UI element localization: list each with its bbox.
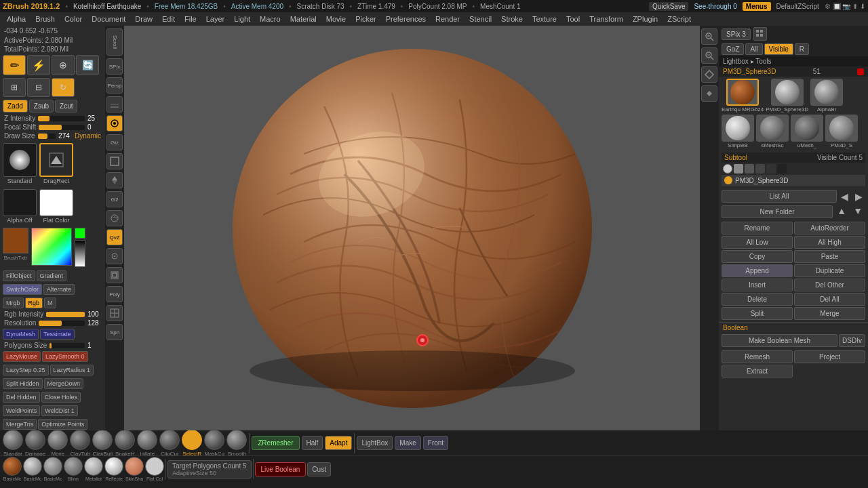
move-button[interactable]: ⊕ bbox=[52, 55, 75, 75]
lazymouse-button[interactable]: LazyMouse bbox=[3, 351, 41, 362]
brush-move[interactable]: Move bbox=[47, 430, 68, 456]
rot-button[interactable] bbox=[106, 267, 123, 283]
snap-button[interactable] bbox=[106, 248, 123, 264]
color-picker[interactable] bbox=[31, 228, 72, 266]
remesh-button[interactable]: Remesh bbox=[722, 350, 793, 363]
grid-button[interactable] bbox=[753, 27, 767, 41]
dynamic-label[interactable]: Dynamic bbox=[75, 132, 101, 140]
append-button[interactable]: Append bbox=[722, 264, 793, 277]
del-hidden-button[interactable]: Del Hidden bbox=[3, 392, 40, 403]
make-button[interactable]: Make bbox=[395, 436, 420, 450]
new-folder-button[interactable]: New Folder bbox=[722, 205, 833, 218]
color-accent-swatch[interactable] bbox=[75, 228, 85, 239]
lazysmooth-button[interactable]: LazySmooth 0 bbox=[42, 351, 88, 362]
zcut-button[interactable]: Zcut bbox=[55, 100, 77, 113]
poly-button[interactable]: Poly bbox=[106, 286, 123, 302]
paste-button[interactable]: Paste bbox=[794, 250, 865, 263]
suv-button[interactable] bbox=[106, 305, 123, 321]
weldpoints-button[interactable]: WeldPoints bbox=[3, 405, 40, 416]
expand-button[interactable] bbox=[701, 66, 717, 83]
alpha-preview[interactable] bbox=[3, 189, 37, 216]
rollris-button[interactable] bbox=[106, 210, 123, 226]
lazyradius-button[interactable]: LazyRadius 1 bbox=[50, 365, 94, 375]
project-button[interactable]: Project bbox=[794, 350, 865, 363]
all-low-button[interactable]: All Low bbox=[722, 236, 793, 249]
optimize-button[interactable]: Optimize Points bbox=[38, 419, 87, 430]
gradient-bar[interactable] bbox=[75, 240, 85, 267]
collapse-button[interactable] bbox=[701, 85, 717, 102]
alternate-button[interactable]: Alternate bbox=[43, 284, 75, 295]
rotate-button[interactable]: 🔄 bbox=[76, 55, 99, 75]
mergetris-button[interactable]: MergeTris bbox=[3, 419, 37, 430]
dsdiv-button[interactable]: DSDIv bbox=[839, 334, 865, 347]
list-next-button[interactable]: ▶ bbox=[852, 191, 865, 202]
fillobject-button[interactable]: FillObject bbox=[3, 270, 35, 281]
menu-transform[interactable]: Transform bbox=[585, 14, 627, 24]
menu-render[interactable]: Render bbox=[431, 14, 464, 24]
menu-edit[interactable]: Edit bbox=[158, 14, 179, 24]
del-other-button[interactable]: Del Other bbox=[794, 279, 865, 291]
menu-layer[interactable]: Layer bbox=[202, 14, 229, 24]
make-boolean-button[interactable]: Make Boolean Mesh bbox=[722, 334, 837, 347]
zoom-in-button[interactable] bbox=[701, 28, 717, 45]
matcap-basic3[interactable]: BasicMc bbox=[43, 457, 62, 481]
brush-claytub[interactable]: ClayTub bbox=[70, 430, 90, 456]
front-button[interactable]: Front bbox=[423, 436, 448, 450]
merge-button[interactable]: Merge bbox=[794, 307, 865, 320]
menu-color[interactable]: Color bbox=[60, 14, 86, 24]
gizmo-button[interactable]: Giz bbox=[106, 134, 123, 150]
menu-movie[interactable]: Movie bbox=[322, 14, 350, 24]
menu-stencil[interactable]: Stencil bbox=[465, 14, 496, 24]
menu-file[interactable]: File bbox=[180, 14, 201, 24]
list-all-button[interactable]: List All bbox=[722, 190, 837, 203]
lightbox-button[interactable]: LightBox bbox=[357, 436, 393, 450]
mat-swatch-umesh[interactable] bbox=[791, 115, 823, 142]
matcap-basic2[interactable]: BasicMc bbox=[23, 457, 42, 481]
color-swatch-main[interactable] bbox=[3, 228, 28, 253]
r-button[interactable]: R bbox=[795, 43, 809, 55]
polygons-size-slider[interactable] bbox=[50, 343, 85, 348]
focal-shift-slider[interactable] bbox=[39, 125, 85, 130]
menu-macro[interactable]: Macro bbox=[256, 14, 285, 24]
split-hidden-button[interactable]: Split Hidden bbox=[3, 378, 43, 389]
menu-picker[interactable]: Picker bbox=[351, 14, 380, 24]
split-button[interactable]: Split bbox=[722, 307, 793, 320]
menu-stroke[interactable]: Stroke bbox=[497, 14, 527, 24]
subtool-ghost-icon[interactable] bbox=[766, 164, 776, 174]
zadd-button[interactable]: Zadd bbox=[3, 100, 28, 113]
light-button[interactable] bbox=[106, 115, 123, 131]
del-all-button[interactable]: Del All bbox=[794, 293, 865, 306]
material-umesh[interactable]: uMesh_ bbox=[791, 115, 823, 148]
lazystep-button[interactable]: LazyStep 0.25 bbox=[3, 365, 49, 375]
matcap-skinsha[interactable]: SkinSha bbox=[125, 457, 144, 481]
brush-claybuild[interactable]: ClayBuil bbox=[92, 430, 113, 456]
persp-button[interactable]: Persp bbox=[106, 77, 123, 94]
gradient-button[interactable]: Gradient bbox=[37, 270, 67, 281]
draw-button[interactable]: ✏ bbox=[3, 55, 26, 75]
copy-button[interactable]: Copy bbox=[722, 250, 793, 263]
rotate2-button[interactable]: ↻ bbox=[52, 78, 75, 97]
menu-preferences[interactable]: Preferences bbox=[382, 14, 430, 24]
menu-document[interactable]: Document bbox=[87, 14, 130, 24]
menu-alpha[interactable]: Alpha bbox=[3, 14, 30, 24]
mat-swatch-pm3d[interactable] bbox=[771, 79, 804, 106]
frame-button[interactable] bbox=[106, 153, 123, 169]
menu-material[interactable]: Material bbox=[286, 14, 321, 24]
brush-maskcu[interactable]: MaskCu bbox=[204, 430, 224, 456]
see-through-button[interactable]: See-through 0 bbox=[694, 3, 736, 10]
floor-button[interactable] bbox=[106, 96, 123, 113]
material-earthqu[interactable]: Earthqu MRG624 bbox=[722, 79, 764, 113]
menu-brush[interactable]: Brush bbox=[31, 14, 59, 24]
subtool-vis-icon[interactable] bbox=[734, 164, 743, 174]
dynamesh-button[interactable]: DynaMesh bbox=[3, 329, 39, 340]
mat-swatch-pm3d-s[interactable] bbox=[825, 115, 858, 142]
brush-selectr[interactable]: SelectR bbox=[182, 430, 202, 456]
duplicate-button[interactable]: Duplicate bbox=[794, 264, 865, 277]
zsub-button[interactable]: Zsub bbox=[29, 100, 54, 113]
matcap-blinn[interactable]: Blinn bbox=[64, 457, 83, 481]
half-button[interactable]: Half bbox=[302, 436, 323, 450]
menus-button[interactable]: Menus bbox=[743, 2, 771, 11]
mat-swatch-alphabr[interactable] bbox=[810, 79, 843, 106]
matcap-metalict[interactable]: Metalict bbox=[84, 457, 103, 481]
subtool-solo-icon[interactable] bbox=[755, 164, 765, 174]
